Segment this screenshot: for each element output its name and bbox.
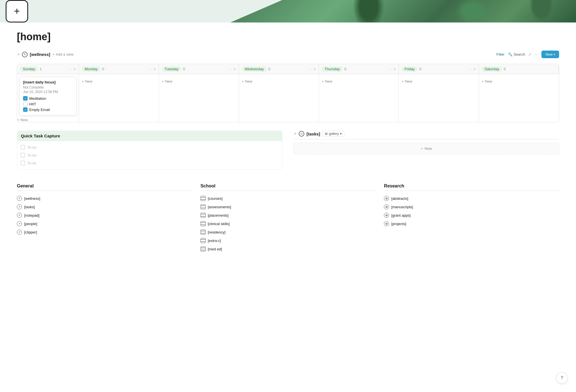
tuesday-plus-icon[interactable]: +	[233, 67, 236, 72]
task-checkbox-3[interactable]	[21, 161, 25, 165]
expand-icon[interactable]: ⤢	[528, 52, 532, 56]
link-assessments[interactable]: [assessments]	[201, 203, 376, 211]
task-item-3: To-do	[19, 159, 280, 167]
saturday-count: 0	[504, 67, 506, 71]
saturday-tag: Saturday	[482, 66, 502, 72]
task-checkbox-1[interactable]	[21, 145, 25, 149]
link-courses[interactable]: [courses]	[201, 194, 376, 203]
link-med-ed[interactable]: [med ed]	[201, 245, 376, 253]
gear-icon: ⚙	[384, 221, 389, 226]
saturday-body: + New	[479, 74, 559, 122]
tasks-circle-icon: ↻	[299, 131, 304, 137]
monday-tag: Monday	[82, 66, 100, 72]
link-manuscripts[interactable]: ⚙ [manuscripts]	[384, 203, 559, 211]
link-abstracts[interactable]: ⚙ [abstracts]	[384, 194, 559, 203]
plus-icon: +	[162, 79, 164, 83]
thursday-plus-icon[interactable]: +	[393, 67, 396, 72]
card-checklist: Meditation HIIT Empty Email	[23, 96, 73, 112]
wellness-arrow-icon[interactable]: ↗	[17, 53, 20, 56]
add-view-button[interactable]: + Add a view	[53, 52, 74, 56]
card-status: Not Complete	[23, 85, 73, 89]
check-label-email: Empty Email	[29, 108, 50, 112]
thursday-add-new[interactable]: + New	[322, 79, 396, 83]
link-projects-label: [projects]	[391, 222, 406, 226]
gallery-view-button[interactable]: ⊞ gallery ▾	[322, 131, 344, 137]
link-notepad[interactable]: ↗ [notepad]	[17, 211, 192, 219]
thursday-header: Thursday 0 ··· +	[319, 64, 399, 74]
add-new-button[interactable]: +	[6, 0, 28, 22]
quick-task-items: To-do To-do To-do	[17, 141, 282, 169]
friday-count: 0	[419, 67, 421, 71]
wednesday-add-new[interactable]: + New	[242, 79, 316, 83]
link-people-label: [people]	[24, 222, 37, 226]
link-people[interactable]: ↗ [people]	[17, 219, 192, 228]
sunday-more-icon[interactable]: ···	[69, 67, 72, 71]
link-med-ed-label: [med ed]	[208, 247, 222, 251]
arrow-icon: ↗	[17, 221, 22, 226]
chevron-down-icon: ▾	[340, 132, 342, 136]
new-button[interactable]: New ▾	[541, 51, 559, 58]
link-manuscripts-label: [manuscripts]	[391, 205, 413, 209]
search-button[interactable]: 🔍 Search	[508, 52, 525, 56]
page-title-section: [home]	[0, 22, 576, 48]
plus-icon: +	[53, 52, 55, 56]
check-box-email[interactable]	[23, 107, 28, 112]
link-abstracts-label: [abstracts]	[391, 196, 408, 201]
friday-header: Friday 0 ··· +	[399, 64, 479, 74]
school-column: School [courses] [assessments]	[201, 183, 376, 253]
task-label-1: To-do	[27, 145, 37, 149]
thursday-more-icon[interactable]: ···	[389, 67, 392, 71]
page-title: [home]	[17, 31, 559, 43]
link-grant-apps-label: [grant apps]	[391, 213, 411, 217]
main-content: ↗ ↻ [wellness] + Add a view Filter 🔍 Sea…	[0, 48, 576, 270]
tasks-arrow-icon[interactable]: ↗	[294, 132, 296, 136]
saturday-add-new[interactable]: + New	[482, 79, 556, 83]
card-title: [insert daily focus]	[23, 80, 73, 84]
add-view-label: Add a view	[56, 52, 74, 56]
new-gallery-button[interactable]: + New	[294, 143, 559, 154]
link-placements[interactable]: [placements]	[201, 211, 376, 219]
tuesday-header: Tuesday 0 ··· +	[159, 64, 239, 74]
quick-task-header: Quick Task Capture	[17, 131, 282, 141]
tasks-section: ↗ ↻ [tasks] ⊞ gallery ▾ + New	[294, 131, 559, 169]
link-wellness[interactable]: ↗ [wellness]	[17, 194, 192, 203]
card-date: Jun 15, 2020 12:58 PM	[23, 90, 73, 94]
sunday-add-new[interactable]: + New	[17, 118, 79, 122]
link-clipper[interactable]: ↗ [clipper]	[17, 228, 192, 236]
friday-add-new[interactable]: + New	[402, 79, 476, 83]
quick-task-section: Quick Task Capture To-do To-do To-do	[17, 131, 282, 169]
wednesday-more-icon[interactable]: ···	[309, 67, 312, 71]
db-icon	[201, 230, 206, 235]
task-checkbox-2[interactable]	[21, 153, 25, 157]
sunday-plus-icon[interactable]: +	[73, 67, 76, 72]
monday-more-icon[interactable]: ···	[149, 67, 152, 71]
sunday-card[interactable]: [insert daily focus] Not Complete Jun 15…	[19, 76, 76, 115]
general-title: General	[17, 183, 192, 191]
thursday-tag: Thursday	[322, 66, 343, 72]
tuesday-more-icon[interactable]: ···	[229, 67, 231, 71]
tuesday-add-new[interactable]: + New	[162, 79, 236, 83]
friday-plus-icon[interactable]: +	[473, 67, 476, 72]
link-grant-apps[interactable]: ⚙ [grant apps]	[384, 211, 559, 219]
link-courses-label: [courses]	[208, 196, 223, 201]
more-options-icon[interactable]: ···	[535, 52, 538, 56]
hero-section: +	[0, 0, 576, 22]
filter-button[interactable]: Filter	[496, 52, 505, 56]
friday-more-icon[interactable]: ···	[469, 67, 471, 71]
new-gallery-label: New	[425, 146, 432, 151]
link-residency[interactable]: [residency]	[201, 228, 376, 236]
link-clinical-skills[interactable]: [clinical skills]	[201, 219, 376, 228]
general-column: General ↗ [wellness] ↗ [tasks] ↗ [notepa…	[17, 183, 192, 253]
saturday-header: Saturday 0	[479, 64, 559, 74]
search-icon: 🔍	[508, 52, 512, 56]
db-icon	[201, 196, 206, 201]
wednesday-plus-icon[interactable]: +	[313, 67, 316, 72]
check-box-meditation[interactable]	[23, 96, 28, 101]
sunday-tag: Sunday	[20, 66, 38, 72]
check-box-hiit[interactable]	[23, 102, 28, 106]
link-projects[interactable]: ⚙ [projects]	[384, 219, 559, 228]
link-tasks[interactable]: ↗ [tasks]	[17, 203, 192, 211]
monday-add-new[interactable]: + New	[82, 79, 156, 83]
monday-plus-icon[interactable]: +	[153, 67, 156, 72]
link-extra-c[interactable]: [extra-c]	[201, 236, 376, 245]
